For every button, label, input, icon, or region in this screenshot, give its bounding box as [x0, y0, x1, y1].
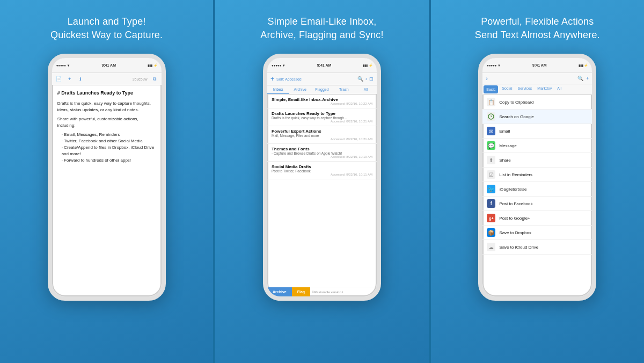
- back-btn-3[interactable]: ›: [486, 75, 488, 82]
- item-date: Accessed: 8/22/16, 10:11 AM: [272, 173, 372, 176]
- tab-trash[interactable]: Trash: [333, 85, 355, 94]
- action-item-icloud[interactable]: ☁ Save to iCloud Drive: [482, 240, 592, 255]
- action-item-message[interactable]: 💬 Message: [482, 139, 592, 153]
- action-item-googleplus[interactable]: g+ Post to Google+: [482, 211, 592, 226]
- action-label-googleplus: Post to Google+: [499, 216, 530, 221]
- search-icon-3[interactable]: 🔍: [577, 76, 583, 81]
- dropbox-icon: 📦: [487, 228, 495, 237]
- list-item[interactable]: Simple, Email-like Inbox-Archive Accesse…: [267, 95, 377, 108]
- action-label-icloud: Save to iCloud Drive: [499, 245, 538, 250]
- item-title: Simple, Email-like Inbox-Archive: [272, 97, 372, 102]
- phone-2: ●●●●● ▼ 9:41 AM ▮▮▮ ⚡ + Sort: Accessed 🔍…: [263, 54, 381, 301]
- tab-all[interactable]: All: [355, 85, 377, 94]
- phone-3: ●●●●● ▼ 9:41 AM ▮▮▮ ⚡ › 🔍 + Basic Social…: [478, 54, 596, 301]
- googleplus-icon: g+: [487, 214, 495, 222]
- message-icon: 💬: [487, 141, 495, 150]
- inbox-bottom-bar: Archive Flag ℹ Restorable version t: [267, 287, 377, 296]
- status-bar-1: ●●●●● ▼ 9:41 AM ▮▮▮ ⚡: [52, 58, 162, 73]
- bottom-info: ℹ Restorable version t: [310, 288, 377, 296]
- list-item[interactable]: Themes and Fonts - Capture and Browse Dr…: [267, 144, 377, 162]
- sort-label[interactable]: Sort: Accessed: [276, 77, 302, 81]
- item-title: Social Media Drafts: [272, 164, 372, 169]
- status-bar-3: ●●●●● ▼ 9:41 AM ▮▮▮ ⚡: [482, 58, 592, 73]
- action-item-twitter[interactable]: 🐦 @agiletortoise: [482, 182, 592, 197]
- back-icon-2[interactable]: ‹: [365, 76, 367, 82]
- action-item-email[interactable]: ✉ Email: [482, 124, 592, 139]
- tab-all-actions[interactable]: All: [554, 84, 564, 95]
- plus-btn-2[interactable]: +: [270, 75, 274, 83]
- draft-para-2: Share with powerful, customizable action…: [57, 116, 156, 129]
- panel-2: Simple Email-Like Inbox,Archive, Flaggin…: [213, 0, 428, 363]
- tab-social[interactable]: Social: [499, 84, 515, 95]
- action-label-google: Search on Google: [499, 114, 534, 119]
- flag-button[interactable]: Flag: [292, 287, 310, 296]
- status-bar-2: ●●●●● ▼ 9:41 AM ▮▮▮ ⚡: [267, 58, 377, 73]
- battery-1: ▮▮▮ ⚡: [148, 63, 157, 67]
- item-sub: Post to Twitter, Facebook: [272, 169, 372, 173]
- action-item-share[interactable]: ⬆ Share: [482, 153, 592, 168]
- panel-3: Powerful, Flexible ActionsSend Text Almo…: [429, 0, 644, 363]
- action-tabs: Basic Social Services Markdov All: [482, 84, 592, 95]
- new-draft-icon[interactable]: 📄: [55, 75, 63, 83]
- item-sub: Drafts is the quick, easy way to capture…: [272, 116, 372, 120]
- search-icon-2[interactable]: 🔍: [357, 76, 363, 82]
- add-icon-3[interactable]: +: [586, 76, 589, 81]
- tab-inbox[interactable]: Inbox: [267, 85, 289, 94]
- draft-para-3: · Email, Messages, Reminders · Twitter, …: [57, 132, 156, 164]
- toolbar-3-icons: 🔍 +: [577, 76, 589, 81]
- twitter-icon: 🐦: [487, 185, 495, 193]
- add-icon[interactable]: +: [66, 75, 74, 83]
- phone-2-screen: + Sort: Accessed 🔍 ‹ ⊡ Inbox Archive Fla…: [267, 73, 377, 296]
- icloud-icon: ☁: [487, 243, 495, 251]
- item-date: Accessed: 8/22/16, 10:19 AM: [272, 155, 372, 158]
- item-date: Accessed: 8/22/16, 10:22 AM: [272, 102, 372, 105]
- toolbar-1: 📄 + ℹ 353c53w ⧉: [52, 73, 162, 85]
- copy-icon[interactable]: ⧉: [151, 75, 158, 83]
- panel-2-title: Simple Email-Like Inbox,Archive, Flaggin…: [260, 15, 384, 42]
- action-label-share: Share: [499, 158, 510, 163]
- toolbar-2-icons: 🔍 ‹ ⊡: [357, 76, 374, 82]
- draft-para-1: Drafts is the quick, easy way to capture…: [57, 100, 156, 113]
- panel-1-title: Launch and Type!Quickest Way to Capture.: [50, 15, 163, 42]
- toolbar-2: + Sort: Accessed 🔍 ‹ ⊡: [267, 73, 377, 85]
- list-item[interactable]: Powerful Export Actions Mail, Message, F…: [267, 126, 377, 144]
- phone-3-screen: › 🔍 + Basic Social Services Markdov All …: [482, 73, 592, 296]
- item-title: Themes and Fonts: [272, 147, 372, 151]
- time-3: 9:41 AM: [532, 63, 547, 67]
- phone-1: ●●●●● ▼ 9:41 AM ▮▮▮ ⚡ 📄 + ℹ 353c53w ⧉ # …: [48, 54, 166, 301]
- tab-flagged[interactable]: Flagged: [311, 85, 333, 94]
- time-2: 9:41 AM: [317, 63, 332, 67]
- action-label-facebook: Post to Facebook: [499, 201, 532, 206]
- list-item[interactable]: Social Media Drafts Post to Twitter, Fac…: [267, 162, 377, 179]
- share-icon: ⬆: [487, 156, 495, 164]
- action-item-facebook[interactable]: f Post to Facebook: [482, 197, 592, 211]
- action-item-reminders[interactable]: ☑ List in Reminders: [482, 168, 592, 182]
- action-item-dropbox[interactable]: 📦 Save to Dropbox: [482, 226, 592, 240]
- archive-button[interactable]: Archive: [267, 287, 292, 296]
- info-icon[interactable]: ℹ: [77, 75, 84, 83]
- tab-archive[interactable]: Archive: [289, 85, 311, 94]
- item-title: Powerful Export Actions: [272, 129, 372, 134]
- tab-services[interactable]: Services: [515, 84, 535, 95]
- reminder-icon: ☑: [487, 170, 495, 179]
- action-item-clipboard[interactable]: 📋 Copy to Clipboard: [482, 95, 592, 110]
- hash-label: 353c53w: [133, 77, 148, 81]
- battery-3: ▮▮▮ ⚡: [579, 63, 588, 67]
- action-label-message: Message: [499, 143, 516, 148]
- list-item[interactable]: Drafts Launches Ready to Type Drafts is …: [267, 108, 377, 126]
- tab-markdov[interactable]: Markdov: [535, 84, 554, 95]
- facebook-icon: f: [487, 199, 495, 208]
- item-title: Drafts Launches Ready to Type: [272, 111, 372, 116]
- panel-1: Launch and Type!Quickest Way to Capture.…: [0, 0, 213, 363]
- signal-1: ●●●●● ▼: [56, 64, 70, 67]
- email-icon: ✉: [487, 127, 495, 135]
- action-item-google[interactable]: Search on Google: [482, 110, 592, 124]
- inbox-list: Simple, Email-like Inbox-Archive Accesse…: [267, 95, 377, 287]
- item-sub: - Capture and Browse Drafts on Apple Wat…: [272, 151, 372, 155]
- tab-basic[interactable]: Basic: [484, 85, 498, 93]
- item-date: Accessed: 8/22/16, 10:21 AM: [272, 120, 372, 123]
- action-label-email: Email: [499, 129, 510, 134]
- clipboard-icon: 📋: [487, 98, 495, 106]
- toolbar-3: › 🔍 +: [482, 73, 592, 84]
- grid-icon-2[interactable]: ⊡: [369, 76, 374, 82]
